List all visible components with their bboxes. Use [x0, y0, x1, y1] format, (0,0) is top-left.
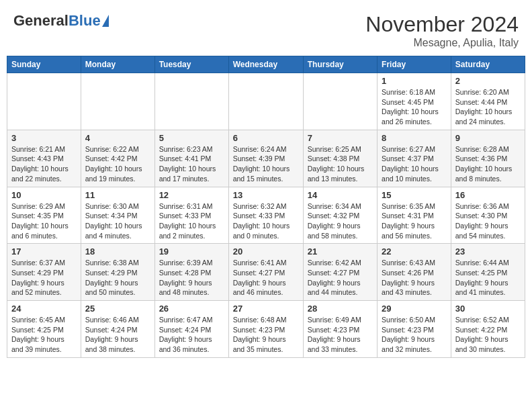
day-number: 10	[11, 190, 77, 200]
day-number: 5	[159, 133, 224, 143]
calendar-day-cell	[7, 73, 81, 130]
day-number: 1	[382, 76, 447, 86]
day-info: Sunrise: 6:38 AM Sunset: 4:29 PM Dayligh…	[85, 258, 150, 298]
day-info: Sunrise: 6:28 AM Sunset: 4:36 PM Dayligh…	[455, 144, 521, 184]
calendar-day-cell: 23Sunrise: 6:44 AM Sunset: 4:25 PM Dayli…	[451, 244, 525, 301]
day-info: Sunrise: 6:35 AM Sunset: 4:31 PM Dayligh…	[382, 201, 447, 241]
calendar-body: 1Sunrise: 6:18 AM Sunset: 4:45 PM Daylig…	[7, 73, 525, 358]
day-info: Sunrise: 6:39 AM Sunset: 4:28 PM Dayligh…	[159, 258, 224, 298]
calendar-day-cell	[228, 73, 303, 130]
day-info: Sunrise: 6:46 AM Sunset: 4:24 PM Dayligh…	[85, 315, 150, 355]
day-of-week-header: Friday	[378, 56, 451, 73]
day-number: 23	[455, 246, 521, 257]
day-info: Sunrise: 6:23 AM Sunset: 4:41 PM Dayligh…	[159, 144, 224, 184]
day-number: 15	[382, 190, 447, 200]
day-info: Sunrise: 6:21 AM Sunset: 4:43 PM Dayligh…	[11, 144, 77, 184]
day-number: 30	[455, 304, 521, 314]
day-number: 16	[455, 190, 521, 200]
calendar-day-cell	[303, 73, 377, 130]
day-info: Sunrise: 6:31 AM Sunset: 4:33 PM Dayligh…	[159, 201, 224, 241]
day-info: Sunrise: 6:25 AM Sunset: 4:38 PM Dayligh…	[308, 144, 373, 184]
location-text: Mesagne, Apulia, Italy	[365, 37, 519, 49]
day-info: Sunrise: 6:30 AM Sunset: 4:34 PM Dayligh…	[85, 201, 150, 241]
day-number: 21	[308, 246, 373, 257]
day-number: 29	[382, 304, 447, 314]
day-info: Sunrise: 6:34 AM Sunset: 4:32 PM Dayligh…	[308, 201, 373, 241]
calendar-day-cell: 16Sunrise: 6:36 AM Sunset: 4:30 PM Dayli…	[451, 187, 525, 244]
day-info: Sunrise: 6:29 AM Sunset: 4:35 PM Dayligh…	[11, 201, 77, 241]
day-number: 28	[308, 304, 373, 314]
day-info: Sunrise: 6:52 AM Sunset: 4:22 PM Dayligh…	[455, 315, 521, 355]
day-info: Sunrise: 6:37 AM Sunset: 4:29 PM Dayligh…	[11, 258, 77, 298]
calendar-day-cell: 3Sunrise: 6:21 AM Sunset: 4:43 PM Daylig…	[7, 130, 81, 187]
day-of-week-header: Tuesday	[154, 56, 228, 73]
day-info: Sunrise: 6:45 AM Sunset: 4:25 PM Dayligh…	[11, 315, 77, 355]
day-number: 11	[85, 190, 150, 200]
day-info: Sunrise: 6:20 AM Sunset: 4:44 PM Dayligh…	[455, 87, 521, 127]
calendar-day-cell: 21Sunrise: 6:42 AM Sunset: 4:27 PM Dayli…	[303, 244, 377, 301]
calendar-day-cell: 12Sunrise: 6:31 AM Sunset: 4:33 PM Dayli…	[154, 187, 228, 244]
calendar-week-row: 1Sunrise: 6:18 AM Sunset: 4:45 PM Daylig…	[7, 73, 525, 130]
day-number: 22	[382, 246, 447, 257]
calendar-day-cell: 5Sunrise: 6:23 AM Sunset: 4:41 PM Daylig…	[154, 130, 228, 187]
day-info: Sunrise: 6:36 AM Sunset: 4:30 PM Dayligh…	[455, 201, 521, 241]
calendar-day-cell: 20Sunrise: 6:41 AM Sunset: 4:27 PM Dayli…	[228, 244, 303, 301]
calendar-day-cell: 27Sunrise: 6:48 AM Sunset: 4:23 PM Dayli…	[228, 301, 303, 358]
calendar-day-cell: 22Sunrise: 6:43 AM Sunset: 4:26 PM Dayli…	[378, 244, 451, 301]
day-of-week-header: Sunday	[7, 56, 81, 73]
day-info: Sunrise: 6:48 AM Sunset: 4:23 PM Dayligh…	[233, 315, 299, 355]
calendar-day-cell: 28Sunrise: 6:49 AM Sunset: 4:23 PM Dayli…	[303, 301, 377, 358]
calendar-day-cell: 13Sunrise: 6:32 AM Sunset: 4:33 PM Dayli…	[228, 187, 303, 244]
calendar-day-cell: 30Sunrise: 6:52 AM Sunset: 4:22 PM Dayli…	[451, 301, 525, 358]
day-number: 8	[382, 133, 447, 143]
calendar-day-cell: 19Sunrise: 6:39 AM Sunset: 4:28 PM Dayli…	[154, 244, 228, 301]
calendar-day-cell: 8Sunrise: 6:27 AM Sunset: 4:37 PM Daylig…	[378, 130, 451, 187]
day-number: 7	[308, 133, 373, 143]
calendar-day-cell: 18Sunrise: 6:38 AM Sunset: 4:29 PM Dayli…	[81, 244, 154, 301]
calendar-table: SundayMondayTuesdayWednesdayThursdayFrid…	[7, 56, 525, 358]
calendar-day-cell	[81, 73, 154, 130]
day-info: Sunrise: 6:27 AM Sunset: 4:37 PM Dayligh…	[382, 144, 447, 184]
calendar-week-row: 17Sunrise: 6:37 AM Sunset: 4:29 PM Dayli…	[7, 244, 525, 301]
calendar-day-cell: 29Sunrise: 6:50 AM Sunset: 4:23 PM Dayli…	[378, 301, 451, 358]
calendar-day-cell	[154, 73, 228, 130]
day-number: 3	[11, 133, 77, 143]
calendar-week-row: 3Sunrise: 6:21 AM Sunset: 4:43 PM Daylig…	[7, 130, 525, 187]
day-info: Sunrise: 6:32 AM Sunset: 4:33 PM Dayligh…	[233, 201, 299, 241]
day-number: 20	[233, 246, 299, 257]
day-number: 14	[308, 190, 373, 200]
calendar-week-row: 10Sunrise: 6:29 AM Sunset: 4:35 PM Dayli…	[7, 187, 525, 244]
day-of-week-header: Wednesday	[228, 56, 303, 73]
day-info: Sunrise: 6:22 AM Sunset: 4:42 PM Dayligh…	[85, 144, 150, 184]
day-number: 27	[233, 304, 299, 314]
days-of-week-row: SundayMondayTuesdayWednesdayThursdayFrid…	[7, 56, 525, 73]
day-info: Sunrise: 6:18 AM Sunset: 4:45 PM Dayligh…	[382, 87, 447, 127]
day-info: Sunrise: 6:44 AM Sunset: 4:25 PM Dayligh…	[455, 258, 521, 298]
calendar-day-cell: 17Sunrise: 6:37 AM Sunset: 4:29 PM Dayli…	[7, 244, 81, 301]
calendar-day-cell: 25Sunrise: 6:46 AM Sunset: 4:24 PM Dayli…	[81, 301, 154, 358]
day-of-week-header: Thursday	[303, 56, 377, 73]
calendar-week-row: 24Sunrise: 6:45 AM Sunset: 4:25 PM Dayli…	[7, 301, 525, 358]
calendar-day-cell: 2Sunrise: 6:20 AM Sunset: 4:44 PM Daylig…	[451, 73, 525, 130]
day-number: 9	[455, 133, 521, 143]
day-number: 12	[159, 190, 224, 200]
day-info: Sunrise: 6:47 AM Sunset: 4:24 PM Dayligh…	[159, 315, 224, 355]
calendar-header: SundayMondayTuesdayWednesdayThursdayFrid…	[7, 56, 525, 73]
calendar-day-cell: 4Sunrise: 6:22 AM Sunset: 4:42 PM Daylig…	[81, 130, 154, 187]
day-number: 2	[455, 76, 521, 86]
day-number: 4	[85, 133, 150, 143]
day-number: 17	[11, 246, 77, 257]
day-number: 26	[159, 304, 224, 314]
day-number: 13	[233, 190, 299, 200]
calendar-day-cell: 26Sunrise: 6:47 AM Sunset: 4:24 PM Dayli…	[154, 301, 228, 358]
day-info: Sunrise: 6:49 AM Sunset: 4:23 PM Dayligh…	[308, 315, 373, 355]
calendar-day-cell: 15Sunrise: 6:35 AM Sunset: 4:31 PM Dayli…	[378, 187, 451, 244]
logo-blue-text: Blue	[69, 12, 101, 30]
day-number: 19	[159, 246, 224, 257]
day-of-week-header: Saturday	[451, 56, 525, 73]
day-number: 24	[11, 304, 77, 314]
day-number: 25	[85, 304, 150, 314]
day-number: 6	[233, 133, 299, 143]
title-area: November 2024 Mesagne, Apulia, Italy	[365, 12, 519, 49]
calendar-day-cell: 10Sunrise: 6:29 AM Sunset: 4:35 PM Dayli…	[7, 187, 81, 244]
